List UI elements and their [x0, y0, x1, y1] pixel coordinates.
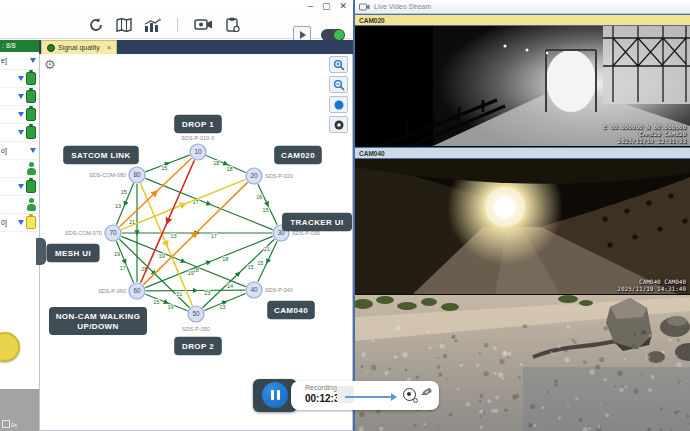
svg-text:SDS-P-040: SDS-P-040: [265, 287, 293, 293]
cam040-header-bar[interactable]: CAM040: [355, 147, 690, 159]
link-down-icon: [18, 220, 24, 225]
panel-tabbar: Signal quality ×: [39, 40, 353, 54]
device-row[interactable]: [0, 106, 39, 124]
device-label: e]: [1, 57, 7, 64]
cam020-feed[interactable]: E 00.000000 N 00.000000 CAM020 CAM020 20…: [355, 26, 690, 146]
svg-text:18: 18: [222, 256, 228, 262]
map-icon[interactable]: [116, 18, 132, 32]
cam020-header-bar[interactable]: CAM020: [355, 14, 690, 26]
recording-widget: Recording... 00:12:37 ✎: [253, 377, 441, 415]
battery-full-icon: [26, 90, 36, 103]
tab-label: Signal quality: [58, 44, 100, 51]
svg-text:23: 23: [204, 290, 210, 296]
progress-slider[interactable]: [345, 395, 397, 399]
link-down-icon: [30, 148, 36, 153]
svg-text:TRACKER UI: TRACKER UI: [290, 218, 343, 227]
snapshot-button[interactable]: [403, 388, 416, 401]
video-camera-icon[interactable]: [194, 18, 213, 31]
svg-text:10: 10: [194, 148, 202, 155]
panel-body: ⚙ 15181815132117131719172819181918: [39, 54, 353, 431]
svg-text:15: 15: [247, 264, 253, 270]
screen: – ▢ ✕: [0, 0, 690, 431]
svg-text:18: 18: [227, 166, 233, 172]
cam040-video-image: [355, 159, 690, 294]
svg-text:DROP 2: DROP 2: [182, 342, 214, 351]
battery-full-icon: [26, 180, 36, 193]
device-label: o]: [1, 147, 7, 154]
video-window-title: Live Video Stream: [374, 3, 431, 10]
svg-text:14: 14: [227, 283, 233, 289]
person-icon: [26, 198, 36, 211]
svg-text:SDS-P-020: SDS-P-020: [265, 173, 293, 179]
svg-text:19: 19: [159, 253, 165, 259]
tab-status-icon: [47, 44, 55, 52]
battery-full-icon: [26, 108, 36, 121]
pause-button[interactable]: [262, 382, 288, 408]
svg-text:16: 16: [256, 194, 262, 200]
svg-text:40: 40: [250, 286, 258, 293]
svg-text:17: 17: [120, 265, 126, 271]
sidebar-collapse-handle[interactable]: [36, 238, 46, 265]
maximize-button[interactable]: ▢: [322, 1, 331, 11]
svg-text:60: 60: [133, 287, 141, 294]
device-row[interactable]: [0, 196, 39, 214]
svg-text:SDS-P-010-X: SDS-P-010-X: [181, 135, 215, 141]
device-row[interactable]: e]: [0, 52, 39, 70]
link-down-icon: [18, 130, 24, 135]
slider-track: [345, 396, 391, 398]
tab-close-icon[interactable]: ×: [107, 43, 112, 52]
clipboard-icon[interactable]: [225, 17, 240, 32]
device-label: 0]: [1, 219, 7, 226]
svg-text:80: 80: [133, 171, 141, 178]
tab-signal-quality[interactable]: Signal quality ×: [41, 40, 117, 54]
toggle-knob: [334, 30, 344, 40]
video-window-titlebar[interactable]: Live Video Stream: [355, 0, 690, 14]
svg-text:15: 15: [257, 260, 263, 266]
close-button[interactable]: ✕: [339, 1, 347, 11]
main-toolbar: [0, 11, 353, 39]
device-row[interactable]: 0]: [0, 214, 39, 232]
device-row[interactable]: o]: [0, 142, 39, 160]
svg-text:SDS-COM-080: SDS-COM-080: [89, 172, 126, 178]
svg-text:MESH UI: MESH UI: [55, 249, 91, 258]
svg-text:SATCOM LINK: SATCOM LINK: [71, 151, 130, 160]
cam020-overlay-text: E 00.000000 N 00.000000 CAM020 CAM020 20…: [603, 123, 686, 144]
footer-label: 0s: [11, 422, 17, 428]
svg-text:50: 50: [192, 310, 200, 317]
svg-text:70: 70: [109, 229, 117, 236]
window-controls: – ▢ ✕: [308, 1, 347, 11]
minimize-button[interactable]: –: [308, 1, 313, 11]
device-row[interactable]: [0, 70, 39, 88]
svg-text:CAM020: CAM020: [281, 151, 315, 160]
svg-text:15: 15: [121, 189, 127, 195]
device-sidebar: : 8/8 e]o]0]: [0, 40, 40, 431]
device-row[interactable]: [0, 124, 39, 142]
battery-low-icon: [26, 216, 36, 229]
svg-text:21: 21: [264, 246, 270, 252]
live-video-window: Live Video Stream CAM020: [353, 0, 690, 431]
device-row[interactable]: [0, 160, 39, 178]
sync-icon[interactable]: [88, 17, 104, 33]
chart-icon[interactable]: [144, 18, 161, 32]
signal-quality-panel: Signal quality × ⚙: [39, 40, 353, 431]
person-icon: [26, 162, 36, 175]
footer-checkbox[interactable]: [2, 420, 10, 428]
svg-text:13: 13: [115, 203, 121, 209]
cam040-feed[interactable]: CAM040 CAM040 2025/11/19 14:31:40: [355, 159, 690, 294]
device-list: e]o]0]: [0, 52, 39, 232]
toolbar-divider: [177, 18, 178, 32]
link-down-icon: [18, 112, 24, 117]
svg-text:15: 15: [263, 207, 269, 213]
signal-app-window: – ▢ ✕: [0, 0, 354, 431]
svg-text:15: 15: [153, 299, 159, 305]
link-down-icon: [18, 76, 24, 81]
pause-icon: [271, 390, 274, 400]
svg-text:15: 15: [161, 165, 167, 171]
device-row[interactable]: [0, 88, 39, 106]
link-down-icon: [18, 184, 24, 189]
svg-text:19: 19: [114, 251, 120, 257]
svg-text:13: 13: [170, 233, 176, 239]
link-down-icon: [30, 58, 36, 63]
device-row[interactable]: [0, 178, 39, 196]
battery-full-icon: [26, 72, 36, 85]
